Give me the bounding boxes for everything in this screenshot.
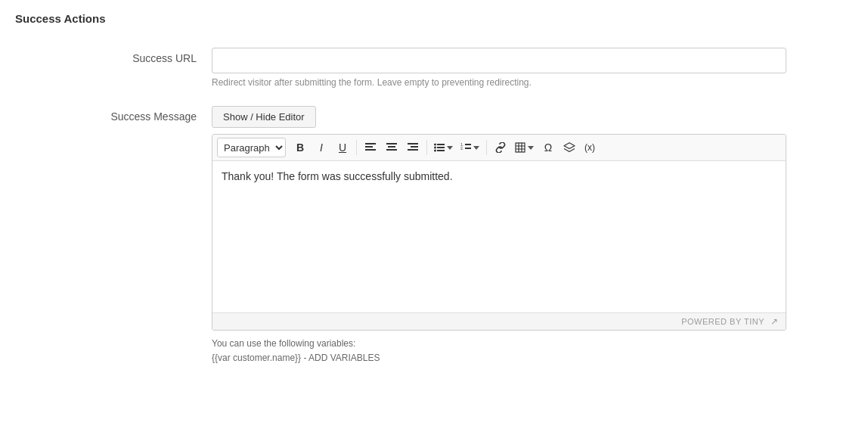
svg-point-13 bbox=[434, 150, 436, 152]
align-right-button[interactable] bbox=[403, 138, 423, 157]
svg-rect-12 bbox=[437, 147, 445, 148]
page-title: Success Actions bbox=[15, 12, 853, 25]
bold-button[interactable]: B bbox=[290, 138, 310, 157]
show-hide-editor-button[interactable]: Show / Hide Editor bbox=[212, 106, 316, 128]
svg-point-11 bbox=[434, 147, 436, 149]
success-url-row: Success URL Redirect visitor after submi… bbox=[15, 48, 853, 88]
svg-rect-18 bbox=[465, 148, 471, 149]
unordered-list-arrow bbox=[447, 146, 453, 150]
editor-toolbar: Paragraph B I U bbox=[212, 135, 786, 161]
svg-rect-6 bbox=[408, 143, 418, 144]
svg-rect-4 bbox=[388, 146, 395, 148]
svg-text:2.: 2. bbox=[460, 146, 463, 151]
italic-button[interactable]: I bbox=[312, 138, 331, 157]
toolbar-divider-3 bbox=[486, 140, 487, 155]
editor-footer: POWERED BY TINY ↗ bbox=[212, 312, 786, 330]
align-left-button[interactable] bbox=[361, 138, 380, 157]
svg-rect-0 bbox=[365, 143, 376, 144]
success-url-control: Redirect visitor after submitting the fo… bbox=[212, 48, 786, 88]
success-message-label: Success Message bbox=[15, 106, 212, 123]
svg-rect-8 bbox=[408, 149, 418, 151]
powered-by-label: POWERED BY TINY bbox=[681, 317, 764, 326]
success-url-label: Success URL bbox=[15, 48, 212, 64]
variables-help: You can use the following variables: {{v… bbox=[212, 337, 786, 365]
table-arrow bbox=[528, 146, 534, 150]
success-url-input[interactable] bbox=[212, 48, 786, 73]
toolbar-divider-1 bbox=[356, 140, 357, 155]
layers-button[interactable] bbox=[560, 138, 579, 157]
toolbar-divider-2 bbox=[426, 140, 427, 155]
svg-point-9 bbox=[434, 144, 436, 146]
variables-example[interactable]: {{var customer.name}} - ADD VARIABLES bbox=[212, 351, 786, 365]
success-url-help: Redirect visitor after submitting the fo… bbox=[212, 77, 786, 88]
svg-rect-16 bbox=[465, 144, 471, 145]
align-center-button[interactable] bbox=[382, 138, 401, 157]
ordered-list-arrow bbox=[473, 146, 479, 150]
variables-label: You can use the following variables: bbox=[212, 337, 786, 351]
underline-button[interactable]: U bbox=[333, 138, 352, 157]
variable-button[interactable]: (x) bbox=[581, 138, 599, 157]
unordered-list-button[interactable] bbox=[431, 138, 456, 157]
svg-rect-14 bbox=[437, 150, 445, 151]
table-button[interactable] bbox=[512, 138, 537, 157]
svg-marker-24 bbox=[564, 143, 575, 149]
svg-rect-5 bbox=[386, 149, 397, 151]
svg-rect-3 bbox=[386, 143, 397, 144]
success-message-control: Show / Hide Editor Paragraph B I U bbox=[212, 106, 786, 365]
form-section: Success URL Redirect visitor after submi… bbox=[15, 48, 853, 365]
special-chars-button[interactable]: Ω bbox=[538, 138, 558, 157]
resize-handle[interactable]: ↗ bbox=[770, 316, 778, 327]
svg-rect-7 bbox=[411, 146, 418, 148]
paragraph-select[interactable]: Paragraph bbox=[217, 138, 286, 157]
svg-rect-10 bbox=[437, 144, 445, 145]
ordered-list-button[interactable]: 1. 2. bbox=[457, 138, 482, 157]
svg-rect-2 bbox=[365, 149, 376, 151]
editor-wrapper: Paragraph B I U bbox=[212, 134, 786, 331]
svg-rect-1 bbox=[365, 146, 373, 148]
success-message-row: Success Message Show / Hide Editor Parag… bbox=[15, 106, 853, 365]
link-button[interactable] bbox=[491, 138, 510, 157]
svg-rect-19 bbox=[516, 143, 525, 152]
editor-content[interactable]: Thank you! The form was successfully sub… bbox=[212, 161, 786, 312]
